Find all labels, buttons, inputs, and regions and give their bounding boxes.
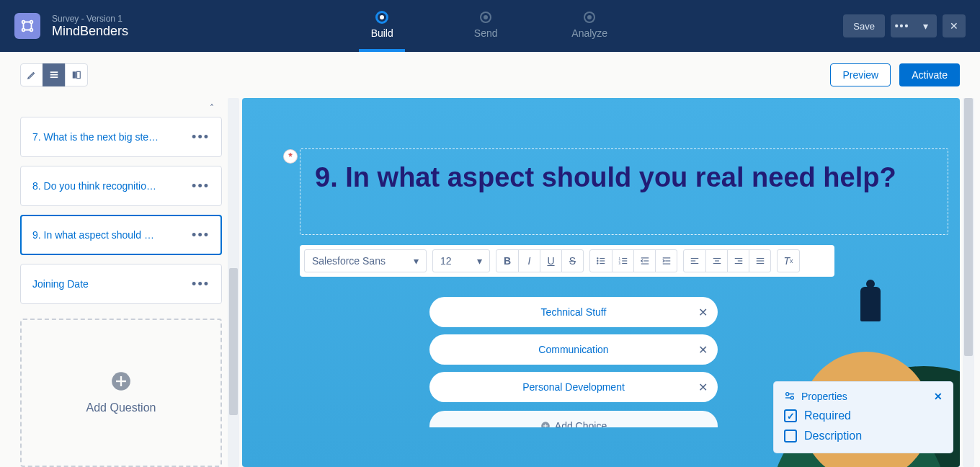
chevron-down-icon: ▾ [477, 255, 482, 267]
right-scrollbar[interactable] [963, 98, 974, 467]
underline-icon[interactable]: U [540, 250, 561, 272]
choice-label: Technical Stuff [541, 306, 607, 318]
font-size-select[interactable]: 12 ▾ [432, 249, 490, 272]
choice-label: Personal Development [522, 381, 625, 393]
svg-rect-4 [50, 71, 58, 73]
chevron-down-icon[interactable]: ▾ [914, 14, 937, 37]
bold-icon[interactable]: B [496, 250, 518, 272]
clear-formatting-icon[interactable]: Tx [778, 250, 799, 272]
workspace: ˄ 7. What is the next big ste… ••• 8. Do… [0, 98, 980, 467]
add-choice-label: Add Choice [555, 420, 607, 432]
required-toggle[interactable]: Required [784, 409, 943, 422]
view-edit-icon[interactable] [20, 63, 43, 86]
svg-rect-5 [50, 74, 58, 75]
checkbox-icon [784, 430, 797, 442]
font-family-select[interactable]: Salesforce Sans ▾ [304, 249, 427, 272]
checkbox-icon [784, 409, 797, 422]
add-question-button[interactable]: Add Question [20, 319, 222, 467]
description-toggle[interactable]: Description [784, 430, 943, 442]
svg-point-16 [597, 263, 598, 264]
sidebar-item-q7[interactable]: 7. What is the next big ste… ••• [20, 117, 222, 157]
sub-toolbar: Preview Activate [0, 52, 980, 98]
preview-button[interactable]: Preview [830, 63, 891, 86]
align-justify-icon[interactable] [749, 250, 770, 272]
chevron-down-icon: ▾ [414, 255, 419, 267]
choice-label: Communication [538, 344, 608, 355]
survey-subtitle: Survey - Version 1 [52, 14, 128, 24]
question-title-box[interactable]: 9. In what aspect should you real need h… [300, 148, 948, 235]
kebab-icon[interactable]: ••• [192, 228, 210, 243]
step-analyze[interactable]: Analyze [566, 0, 612, 52]
sidebar-item-label: 7. What is the next big ste… [32, 131, 159, 143]
main-canvas-area: * 9. In what aspect should you real need… [222, 98, 980, 467]
view-split-icon[interactable] [65, 63, 88, 86]
activate-button[interactable]: Activate [899, 63, 960, 86]
svg-rect-11 [116, 381, 126, 382]
sidebar-item-joining-date[interactable]: Joining Date ••• [20, 264, 222, 304]
answer-choices: Technical Stuff ✕ Communication ✕ Person… [429, 297, 718, 441]
app-icon [14, 13, 40, 39]
svg-point-46 [790, 396, 793, 399]
sidebar-item-q8[interactable]: 8. Do you think recognitio… ••• [20, 166, 222, 206]
kebab-icon[interactable]: ••• [192, 130, 210, 145]
svg-point-1 [30, 21, 33, 24]
sidebar-item-label: 9. In what aspect should … [32, 229, 154, 241]
svg-rect-6 [50, 76, 58, 78]
question-canvas: * 9. In what aspect should you real need… [242, 98, 960, 467]
svg-point-2 [22, 29, 25, 32]
properties-panel: Properties ✕ Required Description [774, 382, 953, 453]
kebab-icon[interactable]: ••• [192, 179, 210, 194]
align-left-icon[interactable] [684, 250, 705, 272]
close-icon[interactable]: ✕ [943, 14, 966, 37]
header-stepbar: Build Send Analyze [128, 0, 843, 52]
sidebar-item-label: Joining Date [32, 278, 89, 290]
svg-point-14 [597, 260, 598, 261]
kebab-icon[interactable]: ••• [192, 277, 210, 292]
view-switch [20, 63, 88, 86]
required-badge-icon: * [284, 150, 297, 163]
svg-rect-44 [543, 425, 548, 426]
required-label: Required [804, 409, 851, 422]
description-label: Description [804, 430, 862, 442]
settings-icon [784, 391, 796, 402]
add-choice-button[interactable]: Add Choice [429, 411, 718, 441]
align-center-icon[interactable] [705, 250, 727, 272]
save-button[interactable]: Save [843, 14, 885, 37]
survey-title-block: Survey - Version 1 MindBenders [52, 14, 128, 39]
choice-item[interactable]: Communication ✕ [429, 334, 718, 365]
choice-item[interactable]: Technical Stuff ✕ [429, 297, 718, 327]
survey-title: MindBenders [52, 24, 128, 39]
add-question-label: Add Question [86, 401, 156, 414]
svg-rect-8 [77, 71, 81, 78]
more-icon[interactable]: ••• [891, 14, 914, 37]
remove-choice-icon[interactable]: ✕ [698, 306, 708, 319]
choice-item[interactable]: Personal Development ✕ [429, 372, 718, 402]
svg-point-0 [22, 21, 25, 24]
view-list-icon[interactable] [43, 63, 66, 86]
rich-text-toolbar: Salesforce Sans ▾ 12 ▾ B I U S [300, 245, 834, 277]
svg-point-45 [786, 393, 789, 396]
sidebar-item-label: 8. Do you think recognitio… [32, 180, 156, 192]
outdent-icon[interactable] [633, 250, 655, 272]
strikethrough-icon[interactable]: S [561, 250, 583, 272]
bulleted-list-icon[interactable] [590, 250, 612, 272]
align-right-icon[interactable] [727, 250, 749, 272]
step-build[interactable]: Build [359, 0, 405, 52]
svg-point-12 [597, 258, 598, 259]
close-icon[interactable]: ✕ [934, 391, 943, 402]
left-scrollbar[interactable] [228, 98, 239, 467]
remove-choice-icon[interactable]: ✕ [698, 343, 708, 357]
svg-rect-7 [73, 71, 76, 78]
remove-choice-icon[interactable]: ✕ [698, 381, 708, 394]
italic-icon[interactable]: I [518, 250, 540, 272]
question-sidebar: ˄ 7. What is the next big ste… ••• 8. Do… [0, 98, 222, 467]
numbered-list-icon[interactable]: 123 [612, 250, 633, 272]
step-send[interactable]: Send [463, 0, 509, 52]
indent-icon[interactable] [655, 250, 677, 272]
scroll-up-icon[interactable]: ˄ [205, 101, 219, 115]
properties-title: Properties [801, 391, 847, 402]
svg-point-3 [30, 29, 33, 32]
svg-text:3: 3 [618, 262, 620, 265]
sidebar-item-q9[interactable]: 9. In what aspect should … ••• [20, 215, 222, 255]
question-title[interactable]: 9. In what aspect should you real need h… [315, 161, 933, 195]
